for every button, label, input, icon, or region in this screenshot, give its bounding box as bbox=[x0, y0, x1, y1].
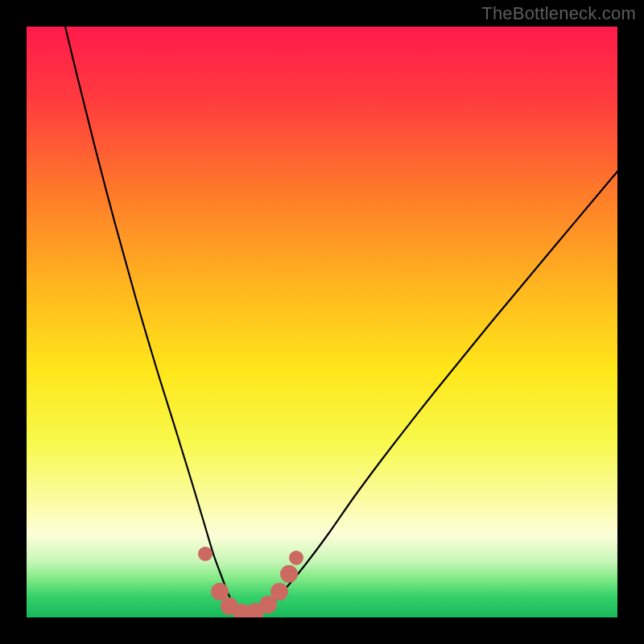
highlight-dot bbox=[280, 565, 298, 583]
highlight-dot bbox=[270, 583, 288, 601]
highlight-dot bbox=[289, 551, 303, 565]
chart-frame: TheBottleneck.com bbox=[0, 0, 644, 644]
highlight-dot bbox=[211, 583, 229, 601]
highlight-dot bbox=[198, 547, 213, 561]
watermark-text: TheBottleneck.com bbox=[481, 3, 636, 24]
bottleneck-chart bbox=[0, 0, 644, 644]
plot-background bbox=[27, 27, 617, 617]
